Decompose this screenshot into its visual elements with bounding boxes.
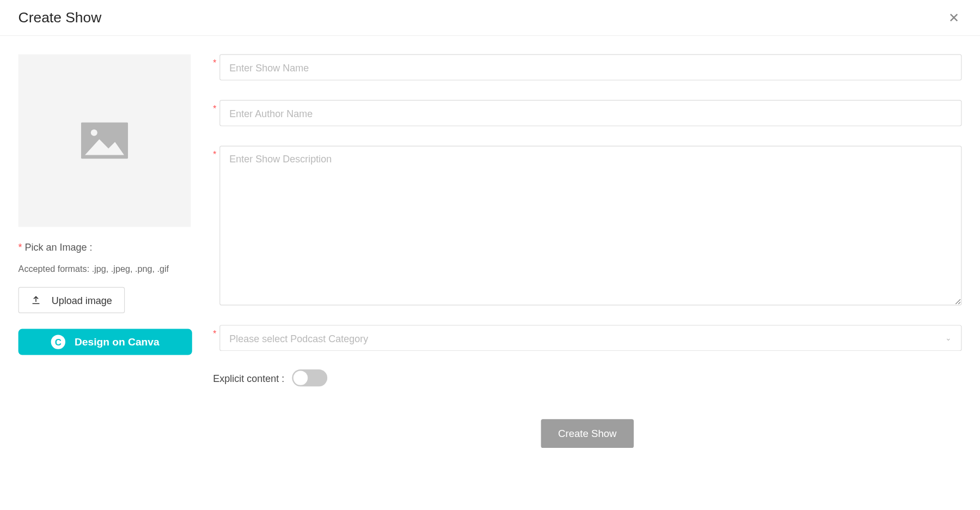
podcast-category-select[interactable]: Please select Podcast Category ⌄ [219,325,961,351]
canva-icon: C [51,335,65,349]
upload-image-button[interactable]: Upload image [19,287,125,313]
design-on-canva-button[interactable]: C Design on Canva [19,329,192,355]
required-marker: * [19,241,22,252]
pick-image-text: Pick an Image : [24,241,92,252]
chevron-down-icon: ⌄ [945,333,952,343]
image-placeholder[interactable] [19,54,191,227]
close-button[interactable]: ✕ [946,10,962,26]
modal-title: Create Show [19,9,102,26]
explicit-content-toggle[interactable] [292,369,328,386]
author-name-input[interactable] [219,100,961,126]
image-icon [81,122,128,159]
submit-row: Create Show [213,419,961,448]
show-name-row: * [213,54,961,81]
category-placeholder: Please select Podcast Category [229,332,368,343]
modal-header: Create Show ✕ [0,0,980,36]
create-show-modal: Create Show ✕ *Pick an Image : Accepted … [0,0,980,466]
required-marker: * [213,54,219,68]
required-marker: * [213,100,219,114]
show-name-input[interactable] [219,54,961,81]
required-marker: * [213,146,219,160]
show-description-textarea[interactable] [219,146,961,306]
category-row: * Please select Podcast Category ⌄ [213,325,961,351]
canva-button-label: Design on Canva [75,336,160,348]
description-row: * [213,146,961,306]
image-column: *Pick an Image : Accepted formats: .jpg,… [19,54,191,355]
upload-image-label: Upload image [52,295,112,306]
pick-image-label: *Pick an Image : [19,241,191,252]
explicit-content-label: Explicit content : [213,372,284,383]
required-marker: * [213,325,219,338]
svg-point-1 [91,130,97,136]
close-icon: ✕ [948,10,959,26]
create-show-button[interactable]: Create Show [541,419,634,448]
author-name-row: * [213,100,961,126]
accepted-formats-hint: Accepted formats: .jpg, .jpeg, .png, .gi… [19,264,191,274]
category-select-wrap: Please select Podcast Category ⌄ [219,325,961,351]
form-column: * * * * Please select Podcast Category ⌄ [213,54,961,448]
toggle-knob [293,371,308,385]
upload-icon [30,295,41,305]
modal-body: *Pick an Image : Accepted formats: .jpg,… [0,36,980,466]
explicit-content-row: Explicit content : [213,369,961,386]
